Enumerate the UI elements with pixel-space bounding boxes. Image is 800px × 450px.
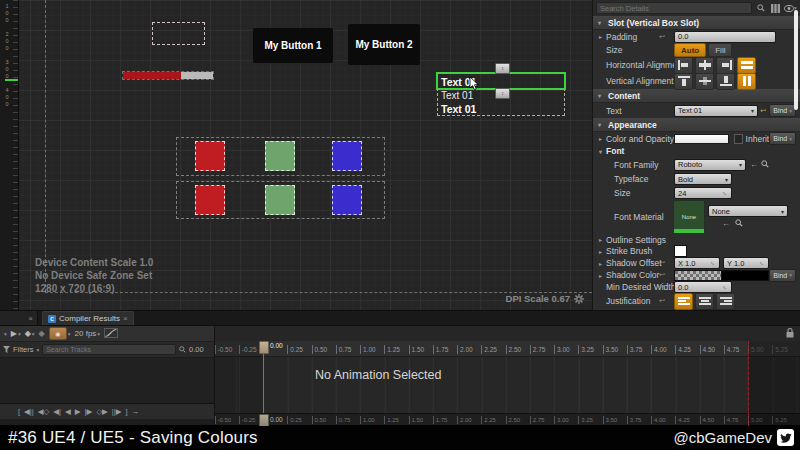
property-matrix-icon[interactable] [769, 2, 782, 14]
curve-editor-icon[interactable] [104, 328, 118, 340]
fps-dropdown[interactable]: 20 fps▾ [75, 329, 101, 338]
expander-icon[interactable]: ▸ [599, 236, 606, 243]
canvas-image-widget-red[interactable] [152, 22, 205, 45]
canvas-color-square-blue[interactable] [332, 141, 362, 171]
canvas-button-1[interactable]: My Button 1 [253, 28, 333, 63]
options-dropdown-button[interactable]: ▾ [4, 331, 7, 337]
designer-canvas[interactable]: My Button 1 My Button 2 Text 01 Text 01 … [0, 0, 592, 310]
min-width-input[interactable]: 0.0↔ [674, 281, 732, 293]
transport-button[interactable]: → [132, 407, 140, 416]
canvas-square-row-1[interactable] [176, 137, 385, 176]
expander-icon[interactable]: ▸ [599, 272, 606, 279]
transport-button[interactable]: [ [18, 407, 20, 416]
expander-icon[interactable]: ▸ [599, 135, 606, 142]
expander-icon[interactable]: ▸ [599, 248, 606, 255]
font-material-thumbnail[interactable]: None [674, 201, 704, 233]
text-value-combo[interactable]: Text 01▾ [674, 105, 758, 117]
shadow-color-alpha-swatch[interactable] [674, 270, 722, 281]
align-top-button[interactable] [674, 73, 693, 90]
color-bind-button[interactable]: Bind▾ [769, 132, 796, 145]
transport-button[interactable]: ◀| [53, 407, 61, 416]
text-bind-button[interactable]: Bind▾ [769, 104, 796, 117]
size-fill-button[interactable]: Fill [708, 43, 732, 57]
content-section-header[interactable]: ▾ Content [593, 89, 800, 103]
padding-input[interactable]: 0.0 [674, 31, 776, 43]
shadow-offset-x-input[interactable]: X 1.0↔ [674, 257, 720, 269]
dpi-scale-control[interactable]: DPI Scale 0.67 [506, 293, 584, 304]
color-swatch[interactable] [674, 134, 729, 144]
transport-button[interactable]: ▶ [75, 407, 81, 416]
close-icon[interactable]: × [28, 314, 33, 323]
font-subsection-header[interactable]: ▾ Font [593, 145, 800, 157]
canvas-color-square-red[interactable] [195, 141, 225, 171]
text-block-3[interactable]: Text 01 [441, 102, 564, 116]
slot-section-header[interactable]: ▾ Slot (Vertical Box Slot) [593, 16, 800, 30]
back-arrow-icon[interactable]: ← [750, 160, 758, 169]
align-fill-button[interactable] [737, 57, 756, 74]
justify-left-button[interactable] [674, 293, 693, 310]
key-all-icon[interactable]: ◆ [39, 329, 45, 338]
typeface-combo[interactable]: Bold▾ [674, 173, 732, 185]
shadow-offset-y-input[interactable]: Y 1.0↔ [723, 257, 769, 269]
browse-icon[interactable] [761, 160, 769, 170]
reset-icon[interactable]: ↩ [659, 271, 665, 279]
details-scrollbar[interactable] [794, 10, 798, 110]
tab-stub[interactable]: × [0, 311, 38, 325]
canvas-color-square-green[interactable] [265, 185, 295, 215]
align-middle-button[interactable] [695, 73, 714, 90]
canvas-color-square-blue[interactable] [332, 185, 362, 215]
sequencer-time-value[interactable]: 0.00 [189, 345, 211, 354]
font-size-input[interactable]: 24↔ [674, 187, 732, 199]
canvas-square-row-2[interactable] [176, 181, 385, 219]
appearance-section-header[interactable]: ▾ Appearance [593, 118, 800, 132]
inherit-checkbox[interactable] [734, 134, 742, 144]
add-key-button[interactable]: ◆▾ [25, 329, 35, 338]
size-auto-button[interactable]: Auto [674, 43, 706, 57]
revert-icon[interactable]: ↩ [760, 107, 766, 115]
align-fill-vertical-button[interactable] [737, 73, 756, 90]
play-button[interactable]: ▶▾ [11, 329, 21, 338]
shadow-color-swatch[interactable] [722, 270, 769, 281]
transport-button[interactable]: ◀|| [24, 407, 34, 416]
shadow-color-bind-button[interactable]: Bind▾ [769, 269, 796, 282]
align-bottom-button[interactable] [716, 73, 735, 90]
reset-icon[interactable]: ↩ [659, 259, 665, 267]
align-left-button[interactable] [674, 57, 693, 74]
align-center-button[interactable] [695, 57, 714, 74]
playback-end-marker[interactable] [748, 341, 749, 426]
outline-settings-row[interactable]: ▸ Outline Settings [593, 234, 800, 245]
justify-right-button[interactable] [716, 293, 735, 310]
reset-icon[interactable]: ↩ [659, 33, 665, 41]
expander-icon[interactable]: ▸ [599, 260, 606, 267]
transport-button[interactable]: ◀◇ [38, 407, 50, 416]
reset-icon[interactable]: ↩ [659, 297, 665, 305]
auto-key-toggle[interactable]: ◉▾ [49, 327, 71, 340]
tab-compiler-results[interactable]: C Compiler Results × [42, 311, 134, 325]
strike-brush-swatch[interactable] [674, 245, 687, 257]
reorder-down-handle[interactable]: ↕ [495, 88, 510, 99]
timeline-track-area[interactable] [215, 357, 800, 413]
scrubber-handle[interactable] [259, 414, 269, 426]
align-right-button[interactable] [716, 57, 735, 74]
search-tracks-input[interactable] [42, 344, 176, 355]
transport-button[interactable]: ◀ [65, 407, 71, 416]
lock-icon[interactable] [786, 328, 794, 338]
reset-icon[interactable]: ↩ [659, 61, 665, 69]
canvas-progress-bar[interactable] [122, 71, 214, 80]
reset-icon[interactable]: ↩ [659, 135, 665, 143]
reset-icon[interactable]: ↩ [659, 283, 665, 291]
transport-button[interactable]: ] [126, 407, 128, 416]
canvas-button-2[interactable]: My Button 2 [348, 24, 420, 65]
justify-center-button[interactable] [695, 293, 714, 310]
close-icon[interactable]: × [123, 314, 128, 323]
track-list-empty[interactable] [0, 358, 214, 403]
expander-icon[interactable]: ▸ [599, 33, 606, 40]
timeline-ruler[interactable]: -0.50-0.250.250.500.751.001.251.501.752.… [215, 341, 800, 357]
search-details-input[interactable] [596, 2, 752, 14]
reset-icon[interactable]: ↩ [659, 77, 665, 85]
font-family-combo[interactable]: Roboto▾ [674, 159, 746, 171]
reorder-up-handle[interactable]: ↕ [495, 63, 510, 74]
transport-button[interactable]: ◇▶ [96, 407, 108, 416]
canvas-color-square-green[interactable] [265, 141, 295, 171]
back-arrow-icon[interactable]: ← [722, 219, 730, 229]
